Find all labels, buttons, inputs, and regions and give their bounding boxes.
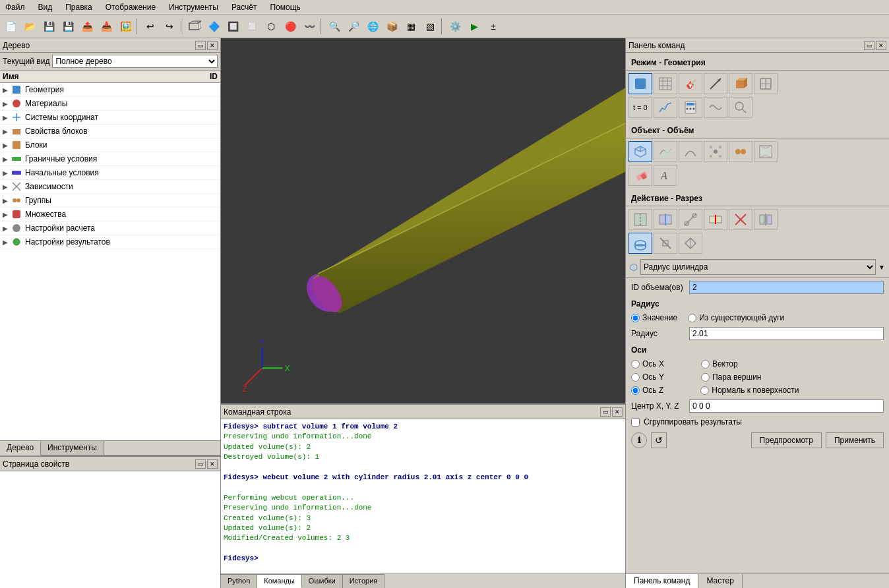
menu-tools[interactable]: Инструменты [166,1,221,13]
act-btn-tool2[interactable] [654,233,677,254]
normal-radio[interactable]: Нормаль к поверхности [700,386,799,395]
tb-screenshot[interactable]: 🖼️ [116,18,135,35]
radius-arc-radio[interactable]: Из существующей дуги [688,313,784,322]
axis-y-radio-input[interactable] [631,373,640,382]
menu-edit[interactable]: Правка [63,1,95,13]
tb-export[interactable]: 📤 [78,18,96,35]
act-btn-cylinder-cut[interactable] [628,233,652,254]
mode-btn-geom[interactable] [628,73,652,94]
tb-front[interactable]: ▦ [402,18,420,35]
tree-item-materials[interactable]: ▶ Материалы [0,97,220,111]
right-close-btn[interactable]: ✕ [876,41,886,50]
tree-item-calcset[interactable]: ▶ Настройки расчета [0,221,220,235]
tree-item-depend[interactable]: ▶ Зависимости [0,180,220,194]
info-button[interactable]: ℹ [631,432,647,448]
tb-zoom-out[interactable]: 🔎 [344,18,363,35]
tb-vol[interactable]: ⬡ [262,18,280,35]
cmd-tab-errors[interactable]: Ошибки [302,574,343,588]
tb-settings[interactable]: ⚙️ [446,18,464,35]
right-restore-btn[interactable]: ▭ [864,41,874,50]
act-btn-plane-cut[interactable] [654,209,677,230]
tab-tools[interactable]: Инструменты [41,441,104,455]
center-field-input[interactable] [689,399,884,413]
vector-radio[interactable]: Вектор [701,359,738,368]
radius-value-radio-input[interactable] [631,314,640,322]
axis-y-radio[interactable]: Ось Y [631,372,664,382]
mode-btn-arrow[interactable] [704,73,727,94]
pair-radio[interactable]: Пара вершин [701,372,762,382]
tb-open[interactable]: 📂 [20,18,39,35]
tb-box[interactable]: 📦 [383,18,401,35]
tb-view3d[interactable] [185,18,204,35]
tree-item-coord[interactable]: ▶ Системы координат [0,111,220,125]
tb-side[interactable]: ▧ [421,18,439,35]
cmd-content[interactable]: Fidesys> subtract volume 1 from volume 2… [221,419,625,573]
obj-btn-box[interactable] [628,141,652,162]
view-select[interactable]: Полное дерево [52,55,218,68]
tb-curve[interactable]: 〰️ [300,18,319,35]
props-close-btn[interactable]: ✕ [207,459,218,469]
tree-restore-btn[interactable]: ▭ [195,41,206,50]
obj-btn-eraser[interactable] [628,165,652,186]
mode-btn-mesh[interactable] [654,73,677,94]
tb-undo[interactable]: ↩ [141,18,160,35]
tab-tree[interactable]: Дерево [0,441,41,456]
tree-item-blockprops[interactable]: ▶ Свойства блоков [0,125,220,138]
axis-z-radio-input[interactable] [631,386,640,395]
mode-btn-calc[interactable] [679,97,702,118]
tb-save[interactable]: 💾 [40,18,58,35]
cmd-restore-btn[interactable]: ▭ [600,407,611,417]
obj-btn-vertex[interactable] [704,141,727,162]
mode-btn-wave[interactable] [704,97,727,118]
viewport[interactable]: Z X Y [221,38,625,403]
tb-globe[interactable]: 🌐 [363,18,382,35]
bottom-tab-master[interactable]: Мастер [698,574,743,588]
tree-item-boundary[interactable]: ▶ Граничные условия [0,152,220,166]
tb-redo[interactable]: ↪ [160,18,179,35]
apply-button[interactable]: Применить [826,432,884,448]
tb-geom[interactable]: 🔷 [204,18,223,35]
preview-button[interactable]: Предпросмотр [751,432,822,448]
obj-btn-mesh2[interactable] [754,141,778,162]
radius-dropdown-select[interactable]: Радиус цилиндра [640,259,876,275]
tb-play[interactable]: ▶ [465,18,483,35]
axis-x-radio[interactable]: Ось X [631,359,664,368]
tb-new[interactable]: 📄 [1,18,20,35]
cmd-tab-commands[interactable]: Команды [257,574,302,588]
axis-z-radio[interactable]: Ось Z [631,386,663,395]
act-btn-tool3[interactable] [679,233,702,254]
obj-btn-group[interactable] [729,141,752,162]
tree-item-geometry[interactable]: ▶ Геометрия [0,83,220,97]
props-restore-btn[interactable]: ▭ [195,459,206,469]
tb-import[interactable]: 📥 [97,18,115,35]
radius-value-radio[interactable]: Значение [631,313,677,322]
id-field-input[interactable] [689,281,884,294]
vector-radio-input[interactable] [701,360,710,368]
normal-radio-input[interactable] [700,386,709,395]
mode-btn-cube[interactable] [729,73,752,94]
act-btn-split[interactable] [754,209,778,230]
tree-item-groups[interactable]: ▶ Группы [0,194,220,208]
radius-arc-radio-input[interactable] [688,314,696,322]
obj-btn-curve[interactable] [679,141,702,162]
mode-btn-material[interactable]: 🎸 [679,73,702,94]
tb-mesh[interactable]: 🔲 [224,18,242,35]
tree-close-btn[interactable]: ✕ [207,41,218,50]
act-btn-scissor[interactable] [679,209,702,230]
tb-zoom-in[interactable]: 🔍 [325,18,344,35]
pair-radio-input[interactable] [701,373,710,382]
menu-help[interactable]: Помощь [267,1,303,13]
act-btn-rect-cut[interactable] [628,209,652,230]
tree-item-resultset[interactable]: ▶ Настройки результатов [0,235,220,249]
tree-item-initial[interactable]: ▶ Начальные условия [0,166,220,180]
tb-save2[interactable]: 💾 [59,18,77,35]
mode-btn-clock[interactable]: t = 0 [628,97,652,118]
obj-btn-surface[interactable] [654,141,677,162]
radius-field-input[interactable] [689,327,884,340]
mode-btn-grid-cube[interactable] [754,73,778,94]
refresh-button[interactable]: ↺ [651,432,667,448]
tree-item-blocks[interactable]: ▶ Блоки [0,138,220,152]
tree-item-sets[interactable]: ▶ Множества [0,208,220,221]
bottom-tab-commands[interactable]: Панель команд [626,574,698,588]
menu-file[interactable]: Файл [3,1,28,13]
